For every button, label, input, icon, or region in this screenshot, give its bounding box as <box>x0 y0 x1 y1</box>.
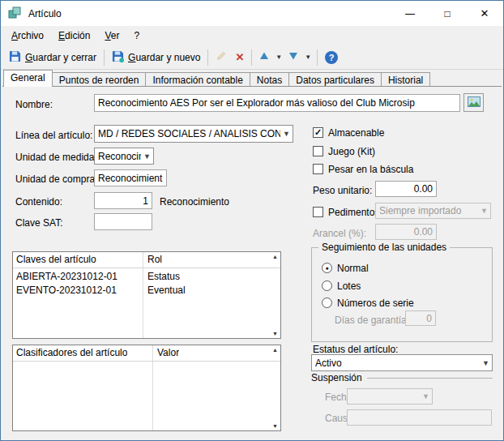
clave-sat-label: Clave SAT: <box>15 217 62 229</box>
scroll-up-icon[interactable]: ▲ <box>270 254 280 259</box>
peso-unitario-input[interactable] <box>375 181 437 197</box>
menu-help-label: ? <box>134 30 139 41</box>
suspension-divider <box>367 378 493 379</box>
clasificadores-header: Clasificadores del artículo <box>16 347 127 358</box>
delete-button[interactable]: ✕ <box>231 49 248 66</box>
save-and-new-label: Guardar y nuevo <box>128 52 200 63</box>
checkbox-box <box>313 207 323 217</box>
nombre-label: Nombre: <box>15 99 53 110</box>
radio-numeros-serie-label: Números de serie <box>337 298 414 309</box>
tab-notas[interactable]: Notas <box>250 72 289 87</box>
tab-puntos-de-reorden[interactable]: Puntos de reorden <box>52 72 147 87</box>
pedimentos-select[interactable]: Siempre importado ▼ <box>375 203 491 219</box>
claves-header-clave: Claves del artículo <box>16 254 96 265</box>
save-and-new-button[interactable]: Guardar y nuevo <box>108 48 204 67</box>
almacenable-label: Almacenable <box>328 127 384 139</box>
rol-cell: Estatus <box>147 271 180 282</box>
dias-garantia-label: Días de garantía: <box>335 315 409 326</box>
radio-circle <box>322 280 332 291</box>
estatus-select[interactable]: Activo ▼ <box>311 354 493 371</box>
linea-select[interactable]: MD / REDES SOCIALES / ANALISIS CONVENIE … <box>94 125 293 143</box>
tab-historial[interactable]: Historial <box>381 72 430 87</box>
claves-scrollbar[interactable]: ▲ ▼ <box>270 252 280 338</box>
menu-archivo[interactable]: Archivo <box>4 28 51 44</box>
toolbar-separator <box>104 49 105 66</box>
estatus-label: Estatus del artículo: <box>313 344 398 355</box>
claves-header-rol: Rol <box>147 254 162 265</box>
radio-normal[interactable]: ● Normal <box>322 262 369 274</box>
menu-ver[interactable]: Ver <box>97 28 126 44</box>
edit-button[interactable] <box>211 48 231 66</box>
scroll-down-icon[interactable]: ▼ <box>270 423 280 429</box>
clave-cell: EVENTO-20231012-01 <box>16 285 117 296</box>
unidad-compra-input[interactable] <box>94 169 167 186</box>
checkbox-box: ✓ <box>313 127 323 138</box>
minimize-button[interactable]: — <box>391 1 429 26</box>
tab-datos-particulares[interactable]: Datos particulares <box>288 72 382 87</box>
menu-help[interactable]: ? <box>126 28 147 44</box>
rol-cell: Eventual <box>147 285 186 296</box>
toolbar-separator <box>207 49 208 66</box>
scroll-up-icon[interactable]: ▲ <box>270 347 280 353</box>
pedimentos-checkbox[interactable]: Pedimentos: <box>313 206 382 218</box>
check-mark: ✓ <box>314 128 322 137</box>
claves-table: Claves del artículo Rol ABIERTA-20231012… <box>12 251 281 339</box>
radio-lotes[interactable]: Lotes <box>322 280 361 292</box>
save-and-close-button[interactable]: Guardar y cerrar <box>5 48 100 67</box>
causa-input[interactable] <box>347 409 492 426</box>
chevron-down-icon: ▼ <box>480 359 492 367</box>
next-record-button[interactable] <box>284 49 302 66</box>
down-arrow-icon <box>288 51 298 63</box>
unidad-compra-label: Unidad de compra: <box>15 173 97 185</box>
table-row[interactable]: EVENTO-20231012-01 Eventual <box>13 283 269 297</box>
previous-record-dropdown[interactable]: ▼ <box>273 52 284 62</box>
close-button[interactable]: ✕ <box>466 1 503 26</box>
floppy-disk-new-icon <box>112 50 124 65</box>
tabstrip: General Puntos de reorden Información co… <box>3 70 430 87</box>
menu-edicion-key: E <box>58 30 65 41</box>
radio-numeros-serie[interactable]: Números de serie <box>322 297 414 309</box>
menu-edicion[interactable]: Edición <box>51 28 97 44</box>
toolbar-separator <box>317 49 318 66</box>
radio-lotes-label: Lotes <box>337 280 361 292</box>
chevron-down-icon: ▼ <box>280 130 293 138</box>
clave-sat-input[interactable] <box>94 213 152 230</box>
image-button[interactable] <box>463 93 484 112</box>
clasificadores-scrollbar[interactable]: ▲ ▼ <box>270 345 280 430</box>
arancel-input[interactable] <box>375 224 437 240</box>
unidad-medida-select[interactable]: Reconocimi ▼ <box>94 148 154 165</box>
unidad-medida-value: Reconocimi <box>98 151 141 162</box>
pedimentos-label: Pedimentos: <box>328 207 382 218</box>
article-window: Artículo — □ ✕ Archivo Edición Ver ? Gua… <box>0 0 504 441</box>
app-icon <box>8 6 22 20</box>
scroll-down-icon[interactable]: ▼ <box>270 331 280 336</box>
tab-divider <box>2 86 502 87</box>
tab-general[interactable]: General <box>3 70 53 87</box>
next-record-dropdown[interactable]: ▼ <box>302 52 314 62</box>
nombre-input[interactable] <box>94 94 460 112</box>
checkbox-box <box>313 146 323 156</box>
juego-kit-checkbox[interactable]: Juego (Kit) <box>313 145 375 157</box>
contenido-label: Contenido: <box>15 196 62 208</box>
clasificadores-table: Clasificadores del artículo Valor ▲ ▼ <box>12 345 281 431</box>
pesar-bascula-checkbox[interactable]: Pesar en la báscula <box>313 163 413 175</box>
menu-archivo-key: A <box>11 30 18 41</box>
titlebar: Artículo — □ ✕ <box>1 1 503 26</box>
menu-archivo-label: rchivo <box>18 30 44 41</box>
contenido-unit-label: Reconocimiento <box>160 196 229 208</box>
help-button[interactable]: ? <box>321 49 342 66</box>
fecha-select[interactable]: ▼ <box>347 388 433 405</box>
radio-circle: ● <box>322 263 332 273</box>
table-row[interactable]: ABIERTA-20231012-01 Estatus <box>13 269 269 283</box>
clave-cell: ABIERTA-20231012-01 <box>16 271 117 282</box>
suspension-section: Suspensión <box>311 372 493 383</box>
previous-record-button[interactable] <box>255 49 273 66</box>
window-title: Artículo <box>28 8 62 19</box>
contenido-input[interactable] <box>94 192 152 209</box>
up-arrow-icon <box>259 51 269 63</box>
dias-garantia-input[interactable] <box>405 310 436 326</box>
maximize-button[interactable]: □ <box>429 1 466 26</box>
almacenable-checkbox[interactable]: ✓ Almacenable <box>313 126 384 139</box>
radio-dot: ● <box>325 265 328 271</box>
tab-informacion-contable[interactable]: Información contable <box>145 72 250 87</box>
